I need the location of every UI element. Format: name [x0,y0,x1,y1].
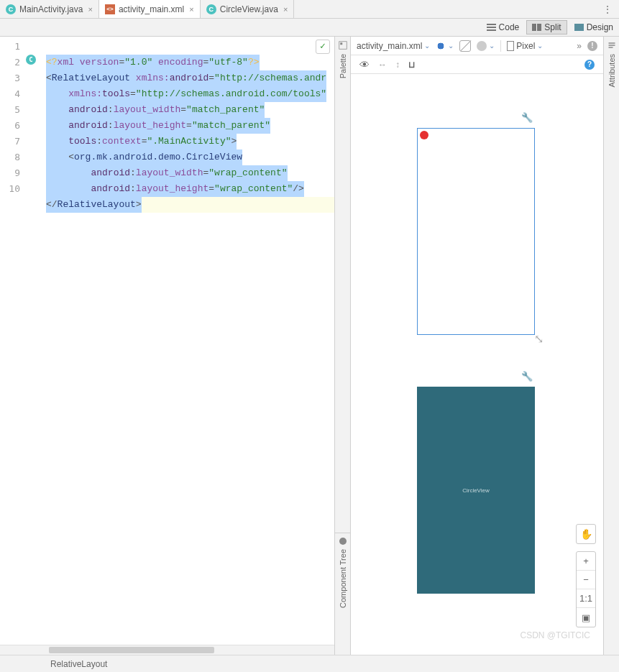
view-mode-toolbar: Code Split Design [0,19,619,37]
orientation-icon [459,40,471,52]
preview-toolbar-top: activity_main.xml ⌄ ⌄ ⌄ Pixel [351,37,603,55]
validation-ok-icon[interactable]: ✓ [316,40,330,54]
resize-grip-icon[interactable]: ⤡ [534,332,544,346]
svg-rect-1 [340,42,342,45]
close-icon[interactable]: × [283,5,288,14]
orientation-button[interactable] [459,40,471,52]
zoom-out-button[interactable]: − [577,571,595,589]
code-text-area[interactable]: <?xml version="1.0" encoding="utf-8"?><R… [42,37,334,645]
view-code-button[interactable]: Code [481,20,526,34]
class-icon: C [206,4,216,14]
attributes-tab[interactable]: Attributes [603,37,619,655]
code-icon [487,24,496,31]
tab-mainactivity[interactable]: C MainActivity.java × [0,0,99,18]
warnings-indicator[interactable]: ! [587,41,597,51]
tabs-overflow-button[interactable]: ⋮ [596,0,619,18]
theme-icon [477,41,487,51]
blueprint-label: CircleView [462,487,490,494]
visibility-toggle[interactable]: 👁 [359,59,370,70]
device-surface[interactable] [417,128,535,335]
tree-icon [339,538,347,545]
xml-icon: <> [105,4,115,14]
overflow-chevrons-icon[interactable]: » [577,41,582,51]
line-number-gutter: 12345678910 [0,37,24,645]
editor-tabs: C MainActivity.java × <> activity_main.x… [0,0,619,19]
tab-label: activity_main.xml [119,4,184,14]
view-split-button[interactable]: Split [526,20,567,34]
palette-icon [339,41,347,50]
pan-button[interactable]: ✋ [576,524,596,544]
component-tree-tab[interactable]: Component Tree [335,533,351,655]
attributes-icon [607,41,616,50]
file-dropdown[interactable]: activity_main.xml ⌄ [357,41,430,51]
class-marker-icon[interactable]: C [26,55,36,65]
arrows-vertical-icon[interactable]: ↕ [395,60,400,70]
arrows-horizontal-icon[interactable]: ↔ [378,60,387,70]
tab-activity-main[interactable]: <> activity_main.xml × [99,0,201,18]
help-button[interactable]: ? [584,60,595,70]
view-design-button[interactable]: Design [569,20,619,34]
zoom-fit-button[interactable]: ▣ [577,608,595,627]
split-icon [532,24,541,31]
tab-circleview[interactable]: C CircleView.java × [201,0,295,18]
tab-label: MainActivity.java [19,4,83,14]
zoom-controls: ✋ + − 1:1 ▣ [576,524,596,627]
device-preview-light[interactable]: 🔧 ⤡ [417,128,535,335]
chevron-down-icon: ⌄ [424,42,430,50]
close-icon[interactable]: × [189,5,193,14]
layers-icon [436,41,446,51]
chevron-down-icon: ⌄ [537,42,543,50]
wrench-icon[interactable]: 🔧 [521,112,533,123]
zoom-reset-button[interactable]: 1:1 [577,589,595,608]
status-bar: RelativeLayout [0,655,619,672]
tab-label: CircleView.java [220,4,278,14]
device-dropdown[interactable]: Pixel ⌄ [507,41,543,51]
theme-dropdown[interactable]: ⌄ [477,41,495,51]
device-preview-blueprint[interactable]: 🔧 CircleView [417,387,535,594]
device-icon [507,41,514,51]
zoom-in-button[interactable]: + [577,552,595,571]
design-icon [574,24,584,31]
code-editor-pane: 12345678910 C <?xml version="1.0" encodi… [0,37,335,655]
class-icon: C [6,4,16,14]
blueprint-surface[interactable]: CircleView [417,387,535,594]
editor-horizontal-scrollbar[interactable] [0,645,334,655]
close-icon[interactable]: × [88,5,92,14]
layout-preview-pane: activity_main.xml ⌄ ⌄ ⌄ Pixel [351,37,603,655]
design-surface-dropdown[interactable]: ⌄ [436,41,454,51]
chevron-down-icon: ⌄ [448,42,454,50]
watermark-text: CSDN @TGITCIC [520,630,590,640]
magnet-icon[interactable]: ⊔ [408,60,415,70]
main-split: 12345678910 C <?xml version="1.0" encodi… [0,37,619,655]
preview-toolbar-secondary: 👁 ↔ ↕ ⊔ ? [351,55,603,74]
circleview-dot[interactable] [420,131,428,139]
wrench-icon[interactable]: 🔧 [521,371,533,382]
chevron-down-icon: ⌄ [489,42,495,50]
marker-gutter: C [24,37,42,645]
preview-canvas[interactable]: 🔧 ⤡ 🔧 CircleView ✋ + − [351,74,603,655]
breadcrumb[interactable]: RelativeLayout [50,659,107,669]
